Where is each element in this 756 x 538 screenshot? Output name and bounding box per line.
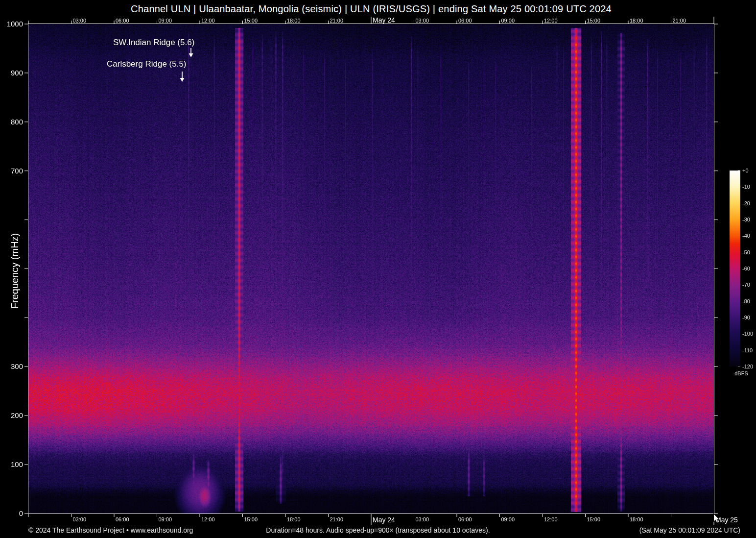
page-title: Channel ULN | Ulaanbaatar, Mongolia (sei… <box>28 3 714 15</box>
bottom-axis-label: 12:00 <box>201 516 215 522</box>
y-axis-label: 1000 <box>7 20 23 28</box>
bottom-axis-label: 06:00 <box>116 516 129 522</box>
colorbar-tick-label: +0 <box>742 168 749 173</box>
y-axis-label: 100 <box>11 460 23 468</box>
colorbar-tick-label: -80 <box>742 298 750 304</box>
bottom-axis-label: 15:00 <box>244 516 258 522</box>
top-axis-label: 15:00 <box>244 18 258 24</box>
top-axis-label: 03:00 <box>73 18 87 24</box>
bottom-axis-label: 03:00 <box>416 516 429 522</box>
colorbar-tick-label: -70 <box>742 282 750 288</box>
bottom-axis-label: 15:00 <box>587 516 601 522</box>
colorbar-tick-label: -60 <box>742 266 750 271</box>
colorbar <box>730 171 740 367</box>
top-axis-label: 03:00 <box>416 18 429 24</box>
footer-timestamp: (Sat May 25 00:01:09 2024 UTC) <box>639 526 740 534</box>
colorbar-tick-label: -30 <box>742 217 750 222</box>
top-axis-label: 12:00 <box>544 18 558 24</box>
bottom-axis-label: 09:00 <box>159 516 172 522</box>
y-axis-label: 900 <box>11 69 23 77</box>
top-axis-label: 06:00 <box>116 18 129 24</box>
top-axis-label: 06:00 <box>458 18 472 24</box>
spectrogram-page: Channel ULN | Ulaanbaatar, Mongolia (sei… <box>0 0 756 538</box>
y-axis-title: Frequency (mHz) <box>9 233 21 309</box>
bottom-axis-label: May 24 <box>373 516 395 524</box>
top-axis-label: 18:00 <box>630 18 643 24</box>
colorbar-tick-label: -90 <box>742 315 750 320</box>
bottom-axis-label: 03:00 <box>73 516 87 522</box>
annotation-sw-indian-ridge: SW.Indian Ridge (5.6) <box>113 38 194 48</box>
spectrogram-canvas <box>28 24 714 514</box>
top-axis-label: 18:00 <box>287 18 301 24</box>
y-axis-label: 0 <box>19 509 23 517</box>
bottom-axis-label: 09:00 <box>501 516 515 522</box>
colorbar-tick-label: -50 <box>742 249 750 255</box>
colorbar-tick-label: -120 <box>742 364 753 369</box>
bottom-axis-label: 18:00 <box>630 516 643 522</box>
colorbar-tick-label: -10 <box>742 184 750 190</box>
colorbar-tick-label: -40 <box>742 233 750 239</box>
y-axis-label: 300 <box>11 362 23 370</box>
colorbar-tick-label: -20 <box>742 200 750 206</box>
y-axis-label: 700 <box>11 167 23 175</box>
mouse-cursor-icon <box>713 514 721 524</box>
top-axis-label: 12:00 <box>201 18 215 24</box>
top-axis-label: May 24 <box>373 16 395 24</box>
colorbar-tick-label: -100 <box>742 331 753 337</box>
bottom-axis-label: 12:00 <box>544 516 558 522</box>
top-axis-label: 21:00 <box>673 18 686 24</box>
top-axis-label: 21:00 <box>330 18 344 24</box>
top-axis-label: 15:00 <box>587 18 601 24</box>
bottom-axis-label: 21:00 <box>330 516 344 522</box>
y-axis-label: 200 <box>11 411 23 419</box>
colorbar-unit-label: dBFS <box>734 370 748 376</box>
bottom-axis-label: 18:00 <box>287 516 301 522</box>
top-axis-label: 09:00 <box>159 18 172 24</box>
colorbar-tick-label: -110 <box>742 347 753 353</box>
bottom-axis-label: 06:00 <box>458 516 472 522</box>
top-axis-label: 09:00 <box>501 18 515 24</box>
y-axis-label: 800 <box>11 118 23 126</box>
annotation-carlsberg-ridge: Carlsberg Ridge (5.5) <box>107 59 187 69</box>
